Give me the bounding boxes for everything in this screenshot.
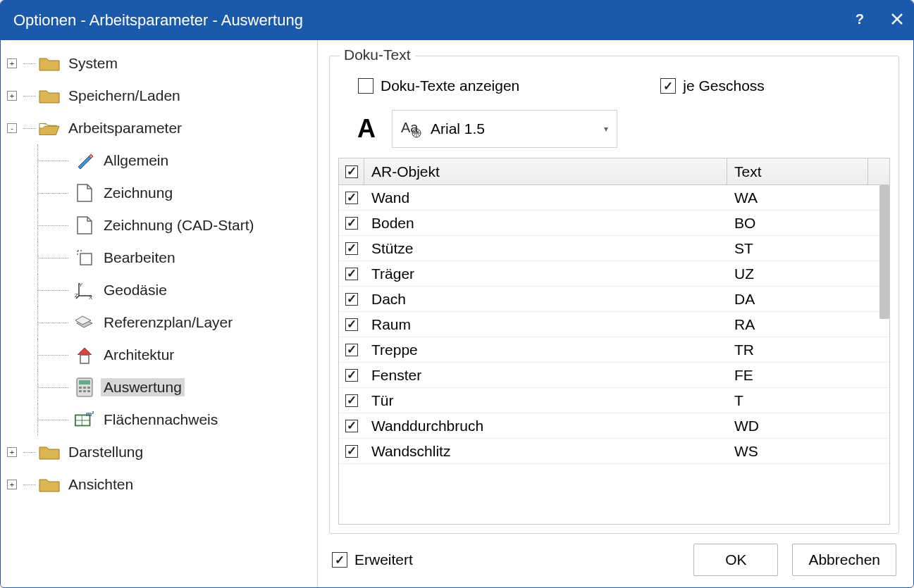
- table-row[interactable]: TürT: [339, 388, 889, 413]
- checkbox-icon: [345, 165, 358, 178]
- tree-label: Zeichnung (CAD-Start): [101, 216, 257, 234]
- checkbox-icon: [345, 420, 358, 432]
- row-checkbox[interactable]: [339, 344, 364, 356]
- table-row[interactable]: TreppeTR: [339, 337, 889, 363]
- tree-label: Arbeitsparameter: [66, 119, 185, 137]
- table-row[interactable]: DachDA: [339, 287, 889, 312]
- tree-toggle-icon[interactable]: +: [7, 91, 17, 101]
- je-geschoss-checkbox[interactable]: je Geschoss: [660, 77, 765, 94]
- doku-anzeigen-checkbox[interactable]: Doku-Texte anzeigen: [358, 77, 519, 94]
- table-row[interactable]: TrägerUZ: [339, 261, 889, 287]
- row-checkbox[interactable]: [339, 192, 364, 204]
- table-row[interactable]: WandschlitzWS: [339, 439, 889, 464]
- tree-item-architektur[interactable]: Architektur: [5, 339, 313, 371]
- checkbox-row: Doku-Texte anzeigen je Geschoss: [338, 72, 890, 107]
- table-body[interactable]: WandWABodenBOStützeSTTrägerUZDachDARaumR…: [339, 185, 889, 524]
- cell-text: RA: [727, 316, 868, 333]
- table-row[interactable]: WanddurchbruchWD: [339, 413, 889, 439]
- tree-item-bearbeiten[interactable]: Bearbeiten: [5, 242, 313, 274]
- row-checkbox[interactable]: [339, 420, 364, 432]
- tree-item-geod-sie[interactable]: YZXGeodäsie: [5, 274, 313, 306]
- font-select[interactable]: Aa Arial 1.5 ▾: [392, 110, 617, 148]
- row-checkbox[interactable]: [339, 268, 364, 280]
- svg-text:m²: m²: [86, 411, 94, 418]
- row-checkbox[interactable]: [339, 242, 364, 255]
- table-row[interactable]: BodenBO: [339, 211, 889, 236]
- tree-item-ansichten[interactable]: +Ansichten: [5, 468, 313, 501]
- tree-node-icon: m²: [74, 409, 95, 430]
- tree-item-darstellung[interactable]: +Darstellung: [5, 436, 313, 468]
- tree-toggle-icon[interactable]: -: [7, 123, 17, 133]
- tree-label: Auswertung: [101, 378, 185, 396]
- tree-item-zeichnung[interactable]: Zeichnung: [5, 177, 313, 209]
- tree-item-system[interactable]: +System: [5, 47, 313, 80]
- cell-text: ST: [727, 240, 868, 257]
- svg-rect-7: [79, 380, 90, 384]
- tree-panel[interactable]: +System+Speichern/Laden-Arbeitsparameter…: [1, 40, 318, 587]
- erweitert-label: Erweitert: [354, 551, 413, 568]
- tree-toggle-icon[interactable]: +: [7, 58, 17, 68]
- row-checkbox[interactable]: [339, 293, 364, 306]
- checkbox-icon: [345, 293, 358, 306]
- tree-item-fl-chennachweis[interactable]: m²Flächennachweis: [5, 404, 313, 436]
- tree-label: Darstellung: [66, 443, 146, 461]
- tree-label: Speichern/Laden: [66, 87, 183, 105]
- font-name-label: Arial 1.5: [431, 120, 595, 137]
- tree-item-zeichnung-cad-start-[interactable]: Zeichnung (CAD-Start): [5, 209, 313, 242]
- folder-icon: [39, 53, 60, 74]
- row-checkbox[interactable]: [339, 369, 364, 382]
- folder-icon: [39, 442, 60, 463]
- table-row[interactable]: RaumRA: [339, 312, 889, 337]
- header-ar-objekt[interactable]: AR-Objekt: [364, 158, 727, 184]
- cell-ar-objekt: Wanddurchbruch: [364, 418, 727, 434]
- tree-item-referenzplan-layer[interactable]: Referenzplan/Layer: [5, 306, 313, 339]
- tree-label: Ansichten: [66, 475, 136, 494]
- checkbox-icon: [345, 217, 358, 230]
- tree-node-icon: [74, 150, 95, 171]
- row-checkbox[interactable]: [339, 445, 364, 458]
- tree-item-auswertung[interactable]: Auswertung: [5, 371, 313, 404]
- cell-text: WS: [727, 443, 868, 460]
- cell-ar-objekt: Stütze: [364, 240, 727, 257]
- scrollbar-thumb[interactable]: [879, 185, 889, 319]
- svg-rect-10: [87, 387, 90, 389]
- tree-label: Flächennachweis: [101, 411, 221, 429]
- svg-text:Y: Y: [79, 282, 83, 288]
- checkbox-icon: [332, 552, 347, 568]
- cell-text: TR: [727, 342, 868, 358]
- titlebar-controls: ?: [853, 11, 903, 30]
- cancel-button[interactable]: Abbrechen: [792, 544, 896, 576]
- row-checkbox[interactable]: [339, 318, 364, 331]
- tree-item-speichern-laden[interactable]: +Speichern/Laden: [5, 80, 313, 112]
- tree-label: Referenzplan/Layer: [101, 313, 235, 332]
- table-row[interactable]: StützeST: [339, 236, 889, 261]
- tree-toggle-icon[interactable]: +: [7, 480, 17, 489]
- cell-ar-objekt: Tür: [364, 392, 727, 409]
- table-row[interactable]: WandWA: [339, 185, 889, 211]
- ar-objekt-table: AR-Objekt Text WandWABodenBOStützeSTTräg…: [338, 158, 890, 525]
- cell-ar-objekt: Treppe: [364, 342, 727, 358]
- tree-node-icon: [74, 344, 95, 365]
- tree-label: System: [66, 54, 121, 73]
- cell-ar-objekt: Raum: [364, 316, 727, 333]
- row-checkbox[interactable]: [339, 217, 364, 230]
- checkbox-icon: [345, 192, 358, 204]
- checkbox-icon: [358, 78, 373, 94]
- close-icon[interactable]: [891, 13, 903, 28]
- checkbox-icon: [345, 268, 358, 280]
- checkbox-icon: [345, 318, 358, 331]
- tree-item-arbeitsparameter[interactable]: -Arbeitsparameter: [5, 112, 313, 144]
- tree-item-allgemein[interactable]: Allgemein: [5, 144, 313, 177]
- tree-label: Geodäsie: [101, 281, 170, 299]
- erweitert-checkbox[interactable]: Erweitert: [332, 551, 413, 568]
- tree-node-icon: [74, 312, 95, 333]
- help-icon[interactable]: ?: [853, 11, 868, 30]
- header-check-all[interactable]: [339, 158, 364, 184]
- table-row[interactable]: FensterFE: [339, 363, 889, 388]
- row-checkbox[interactable]: [339, 394, 364, 407]
- header-text[interactable]: Text: [727, 158, 868, 184]
- tree-node-icon: [74, 182, 95, 204]
- tree-toggle-icon[interactable]: +: [7, 447, 17, 457]
- table-header: AR-Objekt Text: [339, 158, 889, 185]
- ok-button[interactable]: OK: [693, 544, 778, 576]
